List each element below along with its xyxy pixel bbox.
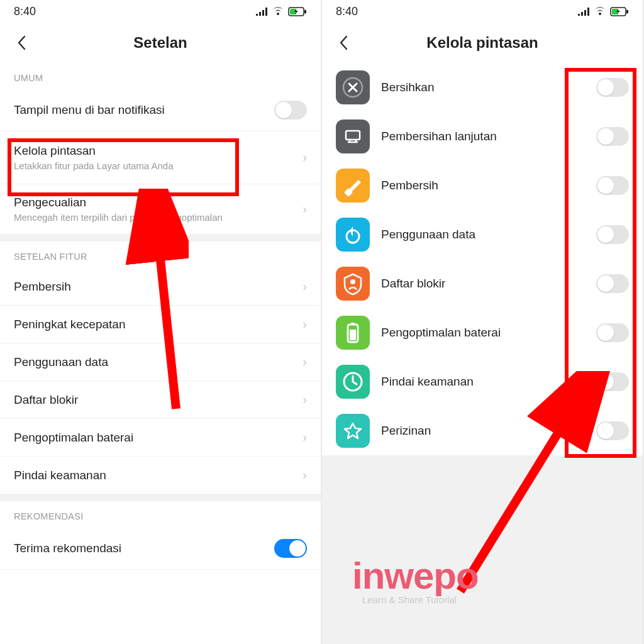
shortcut-icon [336,119,370,153]
status-icons [255,7,307,16]
chevron-left-icon [17,35,26,50]
chevron-right-icon: › [296,430,307,445]
status-time: 8:40 [336,5,358,18]
svg-rect-14 [351,323,355,325]
section-fitur: SETELAN FITUR [0,242,321,268]
svg-rect-8 [346,131,360,140]
shortcut-toggle[interactable] [596,78,629,97]
empty-area [322,455,643,644]
chevron-right-icon: › [296,279,307,294]
row-label: Pindai keamanan [14,469,296,482]
toggle-notif[interactable] [274,101,307,119]
section-umum: UMUM [0,63,321,89]
shortcut-row[interactable]: Pembersihan lanjutan [322,112,643,161]
shortcut-icon [336,414,370,448]
row-label: Kelola pintasan [14,144,296,158]
page-title: Setelan [0,34,321,52]
svg-rect-5 [626,9,628,13]
shortcut-row[interactable]: Penggunaan data [322,210,643,259]
svg-rect-13 [350,330,356,340]
shortcut-toggle[interactable] [596,176,629,195]
row-pembersih[interactable]: Pembersih › [0,268,321,306]
status-bar: 8:40 [0,0,321,23]
shortcut-toggle[interactable] [596,372,629,391]
row-label: Penggunaan data [14,355,296,369]
status-bar: 8:40 [322,0,643,23]
row-pengecualian[interactable]: Pengecualian Mencegah item terpilih dari… [0,184,321,234]
row-notif[interactable]: Tampil menu di bar notifikasi [0,89,321,131]
shortcut-row[interactable]: Pindai keamanan [322,357,643,406]
status-time: 8:40 [14,5,36,18]
toggle-terima[interactable] [274,539,307,558]
battery-icon [288,7,307,16]
section-rekomendasi: REKOMENDASI [0,501,321,528]
shortcut-row[interactable]: Pengoptimalan baterai [322,308,643,357]
section-gap [0,234,321,242]
row-label: Peningkat kecepatan [14,318,296,331]
row-peningkat[interactable]: Peningkat kecepatan › [0,306,321,343]
shortcut-toggle[interactable] [596,274,629,293]
shortcut-label: Daftar blokir [381,277,585,291]
shortcut-list: BersihkanPembersihan lanjutanPembersihPe… [322,63,643,455]
chevron-right-icon: › [296,355,307,369]
row-label: Tampil menu di bar notifikasi [14,103,274,117]
shortcut-row[interactable]: Perizinan [322,406,643,455]
battery-icon [610,7,629,16]
page-title: Kelola pintasan [322,34,643,52]
shortcut-icon [336,365,370,399]
row-baterai[interactable]: Pengoptimalan baterai › [0,419,321,457]
shortcut-label: Bersihkan [381,80,585,94]
shortcut-row[interactable]: Daftar blokir [322,259,643,308]
wifi-icon [594,7,606,16]
chevron-right-icon: › [296,468,307,482]
svg-point-11 [350,279,355,284]
chevron-right-icon: › [296,202,307,216]
shortcut-toggle[interactable] [596,421,629,440]
row-blokir[interactable]: Daftar blokir › [0,381,321,419]
wifi-icon [272,7,284,16]
chevron-right-icon: › [296,150,307,165]
shortcut-label: Pengoptimalan baterai [381,326,585,340]
row-sub: Mencegah item terpilih dari proses pengo… [14,212,296,223]
row-pindai[interactable]: Pindai keamanan › [0,457,321,494]
row-kelola-pintasan[interactable]: Kelola pintasan Letakkan fitur pada Laya… [0,131,321,184]
shortcut-toggle[interactable] [596,225,629,244]
shortcut-row[interactable]: Bersihkan [322,63,643,112]
back-button[interactable] [9,30,34,55]
watermark-brand: inwepo [352,557,479,595]
svg-rect-1 [304,9,306,13]
title-bar: Kelola pintasan [322,23,643,63]
shortcut-label: Penggunaan data [381,228,585,242]
shortcut-icon [336,169,370,203]
shortcut-label: Pembersih [381,179,585,192]
status-icons [577,7,629,16]
row-label: Pengoptimalan baterai [14,431,296,445]
row-label: Pengecualian [14,196,296,209]
row-sub: Letakkan fitur pada Layar utama Anda [14,160,296,171]
signal-icon [255,7,268,16]
section-gap [0,494,321,501]
shortcut-icon [336,267,370,301]
row-label: Terima rekomendasi [14,541,274,555]
chevron-right-icon: › [296,392,307,407]
shortcut-toggle[interactable] [596,127,629,146]
shortcut-icon [336,70,370,104]
signal-icon [577,7,590,16]
shortcuts-pane: 8:40 Kelola pintasan BersihkanPembersiha… [322,0,644,644]
shortcut-icon [336,316,370,350]
shortcut-label: Pembersihan lanjutan [381,130,585,143]
chevron-right-icon: › [296,317,307,331]
title-bar: Setelan [0,23,321,63]
back-button[interactable] [331,30,356,55]
shortcut-row[interactable]: Pembersih [322,161,643,210]
watermark-sub: Learn & Share Tutorial [362,594,457,605]
shortcut-label: Perizinan [381,424,585,438]
shortcut-label: Pindai keamanan [381,375,585,389]
chevron-left-icon [339,35,348,50]
shortcut-icon [336,218,370,252]
shortcut-toggle[interactable] [596,323,629,342]
row-label: Daftar blokir [14,393,296,407]
row-data[interactable]: Penggunaan data › [0,343,321,381]
row-label: Pembersih [14,280,296,294]
row-terima[interactable]: Terima rekomendasi [0,528,321,570]
